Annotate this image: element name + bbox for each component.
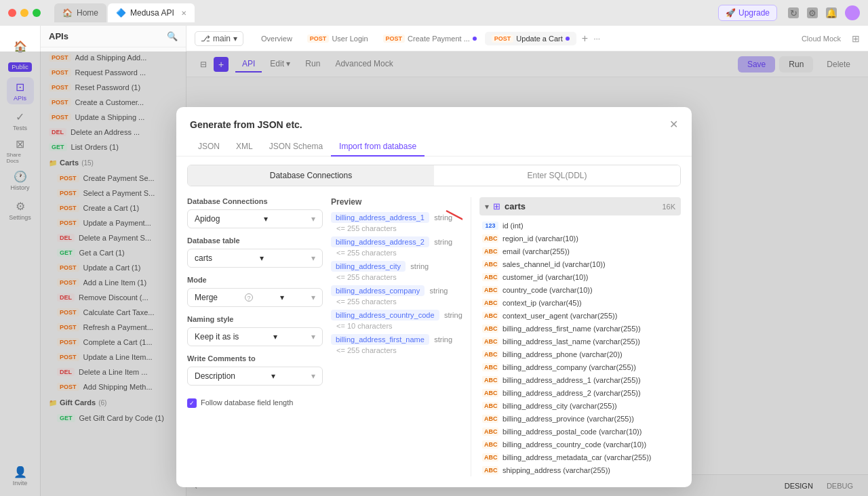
field-name: billing_address_phone (varchar(20)) [502, 350, 623, 358]
settings-icon[interactable]: ⚙ [807, 7, 818, 18]
db-table-section: Database table carts ▾ [187, 236, 323, 268]
db-field-row[interactable]: ABC sales_channel_id (varchar(10)) [479, 258, 681, 270]
branch-selector[interactable]: ⎇ main ▾ [195, 31, 243, 46]
field-name: billing_address_address_2 (varchar(255)) [502, 389, 641, 397]
help-icon[interactable]: ? [245, 293, 253, 302]
type-badge-abc: ABC [482, 299, 498, 307]
db-field-row[interactable]: ABC billing_address_last_name (varchar(2… [479, 335, 681, 348]
bell-icon[interactable]: 🔔 [826, 7, 837, 18]
minimize-button[interactable] [20, 9, 28, 17]
naming-style-label: Naming style [187, 315, 323, 323]
chevron-down-icon[interactable]: ▾ [485, 202, 489, 211]
db-field-row[interactable]: ABC billing_address_first_name (varchar(… [479, 323, 681, 335]
type-badge-abc: ABC [482, 428, 498, 436]
db-toggle-row: Database Connections Enter SQL(DDL) [176, 157, 692, 186]
db-field-row[interactable]: ABC region_id (varchar(10)) [479, 232, 681, 245]
db-connections-btn[interactable]: Database Connections [188, 165, 434, 186]
avatar[interactable] [845, 5, 860, 20]
db-field-row[interactable]: ABC billing_address_country_code (varcha… [479, 438, 681, 451]
naming-style-select[interactable]: Keep it as is ▾ [187, 327, 323, 346]
follow-length-checkbox-row: ✓ Follow database field length [187, 398, 323, 408]
modal-left-panel: Database Connections Apidog ▾ Database t… [187, 197, 323, 476]
upgrade-button[interactable]: 🚀 Upgrade [718, 5, 777, 21]
follow-length-checkbox[interactable]: ✓ [187, 398, 197, 408]
field-name: email (varchar(255)) [502, 247, 570, 255]
chevron-down-icon: ▾ [260, 253, 264, 263]
add-tab-icon[interactable]: + [578, 33, 592, 45]
svg-line-1 [446, 211, 462, 241]
naming-style-value: Keep it as is [195, 332, 239, 342]
db-field-row[interactable]: ABC context_user_agent (varchar(255)) [479, 310, 681, 322]
type-badge-abc: ABC [482, 273, 498, 281]
modal-center-panel: Preview billing_address_address_1 string… [331, 197, 462, 476]
db-field-row[interactable]: ABC billing_address_metadata_car (varcha… [479, 451, 681, 463]
tab-update-cart[interactable]: POST Update a Cart [485, 32, 576, 45]
type-badge-abc: ABC [482, 440, 498, 449]
db-field-row[interactable]: ABC customer_id (varchar(10)) [479, 271, 681, 283]
db-field-row[interactable]: ABC billing_address_company (varchar(255… [479, 361, 681, 373]
db-connections-select[interactable]: Apidog ▾ [187, 209, 323, 228]
tab-overview[interactable]: Overview [254, 32, 299, 45]
modal-tabs: JSON XML JSON Schema Import from databas… [176, 131, 692, 157]
preview-field-item: billing_address_first_name string <= 255… [331, 334, 462, 354]
search-icon[interactable]: 🔍 [167, 31, 178, 41]
modal-close-button[interactable]: ✕ [669, 118, 678, 131]
db-field-row[interactable]: ABC country_code (varchar(10)) [479, 284, 681, 296]
mode-value: Merge [195, 293, 218, 302]
modal-tab-xml[interactable]: XML [228, 138, 261, 157]
check-icon: ✓ [189, 400, 195, 407]
refresh-icon[interactable]: ↻ [788, 7, 799, 18]
medusa-tab-label: Medusa API [130, 8, 174, 18]
home-tab[interactable]: 🏠 Home [54, 3, 106, 22]
red-arrow-svg [439, 204, 462, 258]
db-field-row[interactable]: ABC shipping_address (varchar(255)) [479, 464, 681, 476]
modal-tab-json[interactable]: JSON [190, 138, 228, 157]
tab-user-login[interactable]: POST User Login [300, 32, 375, 45]
method-badge: POST [492, 35, 514, 43]
write-comments-label: Write Comments to [187, 354, 323, 363]
field-name: billing_address_first_name (varchar(255)… [502, 325, 641, 333]
write-comments-section: Write Comments to Description ▾ [187, 354, 323, 386]
field-name-badge: billing_address_city [331, 261, 406, 272]
field-name: billing_address_company (varchar(255)) [502, 363, 636, 371]
tab-dot [473, 37, 477, 41]
field-name: billing_address_province (varchar(255)) [502, 415, 634, 423]
type-badge-abc: ABC [482, 466, 498, 474]
modal-tab-import-db[interactable]: Import from database [331, 138, 425, 157]
traffic-lights [8, 9, 41, 17]
db-field-row[interactable]: ABC billing_address_address_2 (varchar(2… [479, 387, 681, 399]
maximize-button[interactable] [33, 9, 41, 17]
grid-icon[interactable]: ⊞ [852, 33, 860, 44]
db-field-row[interactable]: ABC billing_address_province (varchar(25… [479, 413, 681, 425]
more-tabs-icon[interactable]: ··· [593, 34, 600, 43]
db-field-row[interactable]: ABC email (varchar(255)) [479, 245, 681, 257]
enter-sql-btn[interactable]: Enter SQL(DDL) [434, 165, 680, 186]
close-button[interactable] [8, 9, 16, 17]
db-field-row[interactable]: 123 id (int) [479, 220, 681, 232]
db-table-select[interactable]: carts ▾ [187, 249, 323, 268]
arrow-overlay [331, 360, 462, 476]
field-name-badge: billing_address_address_2 [331, 236, 429, 247]
db-field-row[interactable]: ABC billing_address_city (varchar(255)) [479, 400, 681, 412]
table-icon: ⊞ [493, 201, 500, 211]
field-name: context_ip (varchar(45)) [502, 299, 582, 307]
db-field-row[interactable]: ABC context_ip (varchar(45)) [479, 297, 681, 309]
modal-tab-json-schema[interactable]: JSON Schema [261, 138, 331, 157]
write-comments-select[interactable]: Description ▾ [187, 367, 323, 386]
tab-create-payment[interactable]: POST Create Payment ... [376, 32, 484, 45]
field-name: id (int) [502, 222, 524, 230]
chevron-down-icon: ▾ [264, 214, 268, 224]
mode-select[interactable]: Merge ? ▾ [187, 288, 323, 307]
db-field-row[interactable]: ABC billing_address_address_1 (varchar(2… [479, 374, 681, 386]
field-name: billing_address_address_1 (varchar(255)) [502, 376, 641, 384]
preview-field-item: billing_address_city string <= 255 chara… [331, 261, 462, 281]
home-icon: 🏠 [62, 8, 73, 18]
titlebar-icons: ↻ ⚙ 🔔 [788, 5, 860, 20]
type-badge-abc: ABC [482, 453, 498, 461]
db-field-row[interactable]: ABC billing_address_postal_code (varchar… [479, 426, 681, 438]
tab-close-icon[interactable]: ✕ [181, 9, 186, 17]
db-field-row[interactable]: ABC billing_address_phone (varchar(20)) [479, 348, 681, 360]
method-badge: POST [307, 35, 330, 43]
mode-label: Mode [187, 276, 323, 284]
medusa-api-tab[interactable]: 🔷 Medusa API ✕ [108, 3, 195, 22]
